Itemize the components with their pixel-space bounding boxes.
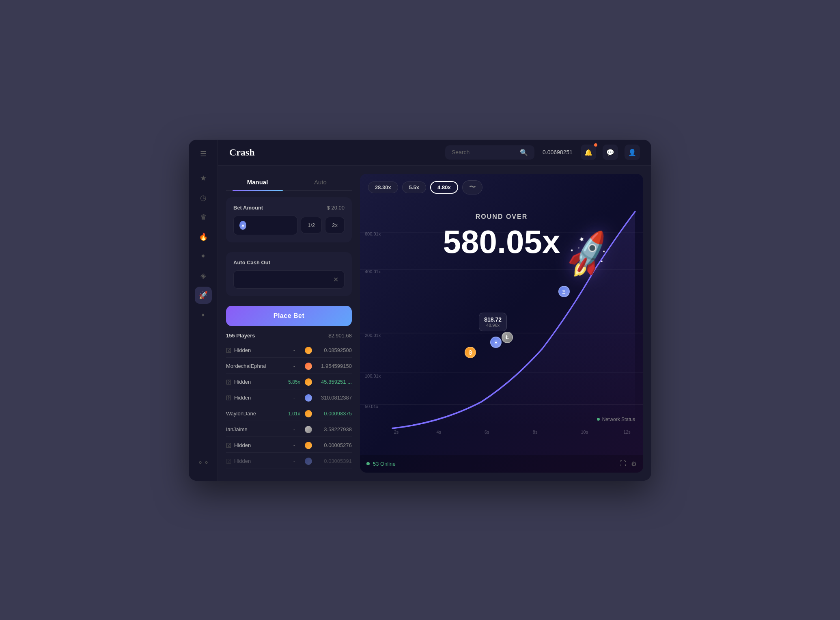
tab-auto[interactable]: Auto <box>289 174 352 190</box>
hidden-icon: ⚿ <box>226 442 232 449</box>
game-chart: Round Over 580.05x 600.01x 400.01x 200.0… <box>360 201 643 455</box>
multiplier-chip-0[interactable]: 28.30x <box>368 181 398 193</box>
player-name: Hidden <box>234 379 286 385</box>
half-button[interactable]: 1/2 <box>301 217 322 233</box>
player-multiplier: - <box>286 427 302 432</box>
table-row: ⚿ Hidden - 0.03005391 <box>226 454 352 469</box>
chart-icon[interactable]: 〜 <box>462 180 482 194</box>
app-logo: Crash <box>229 147 255 158</box>
sidebar-item-party[interactable]: ✦ <box>195 248 212 265</box>
hidden-icon: ⚿ <box>226 379 232 385</box>
user-icon[interactable]: 👤 <box>625 145 640 160</box>
eth-marker-2: Ξ <box>558 286 570 297</box>
sidebar: ☰ ★ ◷ ♛ 🔥 ✦ ◈ 🚀 ⬧ ⚬⚬ <box>189 140 218 481</box>
player-multiplier: 1.01x <box>286 411 302 417</box>
search-input[interactable] <box>452 149 516 156</box>
fullscreen-icon[interactable]: ⛶ <box>620 460 626 468</box>
player-amount: 1.954599150 <box>315 363 352 369</box>
player-amount: 0.08592500 <box>315 347 352 353</box>
notification-icon[interactable]: 🔔 <box>581 145 596 160</box>
sidebar-item-diamond[interactable]: ◈ <box>195 267 212 284</box>
sidebar-item-tag[interactable]: ⬧ <box>195 306 212 323</box>
sidebar-item-crown[interactable]: ♛ <box>195 209 212 226</box>
tabs: Manual Auto <box>226 174 352 191</box>
table-row: ⚿ Hidden 5.85x 45.859251 ... <box>226 375 352 389</box>
round-over-label: Round Over <box>476 213 528 220</box>
player-multiplier: - <box>286 395 302 401</box>
table-row: ⚿ Hidden - 0.00005276 <box>226 439 352 453</box>
tooltip-sub: 48.96x <box>484 323 502 328</box>
bet-amount-value: $ 20.00 <box>327 205 345 211</box>
players-count: 155 Players <box>226 333 255 339</box>
hidden-icon: ⚿ <box>226 395 232 401</box>
sidebar-item-fire[interactable]: 🔥 <box>195 228 212 245</box>
search-bar[interactable]: 🔍 <box>445 145 534 160</box>
bet-label-row: Bet Amount $ 20.00 <box>233 205 345 211</box>
player-amount: 310.0812387 <box>315 395 352 401</box>
multiplier-chip-2[interactable]: 4.80x <box>430 181 458 194</box>
online-count: 53 Online <box>366 461 396 467</box>
content-area: Manual Auto Bet Amount $ 20.00 Ξ 0.25 1 <box>218 166 651 481</box>
notification-badge <box>594 143 597 147</box>
cashout-input-row[interactable]: 25.00 ✕ <box>233 270 345 289</box>
settings-icon[interactable]: ⚙ <box>631 460 637 468</box>
players-section: 155 Players $2,901.68 ⚿ Hidden - 0.08592… <box>226 333 352 473</box>
double-button[interactable]: 2x <box>325 217 345 233</box>
cashout-input[interactable]: 25.00 <box>239 276 333 283</box>
game-top-bar: 28.30x 5.5x 4.80x 〜 <box>360 174 643 201</box>
table-row: MordechaiEphrai - 1.954599150 <box>226 359 352 374</box>
table-row: IanJaime - 3.58227938 <box>226 423 352 437</box>
ltc-coin-icon <box>305 426 312 433</box>
btc-coin-icon <box>305 347 312 354</box>
auto-cashout-label: Auto Cash Out <box>233 259 345 266</box>
sidebar-item-history[interactable]: ◷ <box>195 189 212 206</box>
table-row: WaylonDane 1.01x 0.00098375 <box>226 407 352 421</box>
online-count-label: 53 Online <box>373 461 396 467</box>
eth-coin-icon: Ξ <box>239 221 246 230</box>
eth-coin-icon <box>305 458 312 465</box>
btc-coin-icon <box>305 410 312 417</box>
header: Crash 🔍 0.00698251 🔔 💬 👤 <box>218 140 651 166</box>
player-name: Hidden <box>234 347 286 353</box>
bet-label: Bet Amount <box>233 205 263 211</box>
sidebar-item-rocket[interactable]: 🚀 <box>195 287 212 304</box>
chat-icon[interactable]: 💬 <box>603 145 618 160</box>
player-amount: 0.00005276 <box>315 442 352 448</box>
game-panel: 28.30x 5.5x 4.80x 〜 Round Over 580.05x 6… <box>360 174 643 473</box>
hidden-icon: ⚿ <box>226 458 232 464</box>
online-dot <box>366 462 370 465</box>
crash-multiplier: 580.05x <box>443 223 560 261</box>
btc-coin-icon <box>305 378 312 386</box>
header-balance: 0.00698251 <box>543 149 573 156</box>
bet-value-input[interactable]: 0.25 <box>250 222 291 229</box>
place-bet-button[interactable]: Place Bet <box>226 306 352 326</box>
sidebar-item-users[interactable]: ⚬⚬ <box>195 454 212 471</box>
main-area: Crash 🔍 0.00698251 🔔 💬 👤 <box>218 140 651 481</box>
game-footer: 53 Online ⛶ ⚙ <box>360 455 643 473</box>
bet-input[interactable]: Ξ 0.25 <box>233 216 297 235</box>
cashout-clear-icon[interactable]: ✕ <box>333 276 338 283</box>
player-amount: 0.00098375 <box>315 410 352 417</box>
player-multiplier: 5.85x <box>286 379 302 385</box>
player-amount: 0.03005391 <box>315 458 352 464</box>
chart-tooltip: $18.72 48.96x <box>479 313 507 331</box>
player-name: Hidden <box>234 442 286 448</box>
hidden-icon: ⚿ <box>226 347 232 354</box>
hex-coin-icon <box>305 363 312 370</box>
player-multiplier: - <box>286 348 302 353</box>
table-row: ⚿ Hidden - 310.0812387 <box>226 391 352 405</box>
player-amount: 45.859251 ... <box>315 379 352 385</box>
player-multiplier: - <box>286 458 302 464</box>
player-multiplier: - <box>286 443 302 448</box>
menu-icon[interactable]: ☰ <box>200 149 207 158</box>
sidebar-item-star[interactable]: ★ <box>195 170 212 187</box>
app-container: ☰ ★ ◷ ♛ 🔥 ✦ ◈ 🚀 ⬧ ⚬⚬ Crash 🔍 0.00698251 … <box>189 140 651 481</box>
tab-manual[interactable]: Manual <box>226 174 289 190</box>
bet-input-row: Ξ 0.25 1/2 2x <box>233 216 345 235</box>
player-name: Hidden <box>234 458 286 464</box>
multiplier-chip-1[interactable]: 5.5x <box>402 181 426 193</box>
players-total: $2,901.68 <box>328 333 352 339</box>
player-name: Hidden <box>234 395 286 401</box>
players-header: 155 Players $2,901.68 <box>226 333 352 339</box>
players-list: ⚿ Hidden - 0.08592500 MordechaiEphrai - … <box>226 343 352 473</box>
